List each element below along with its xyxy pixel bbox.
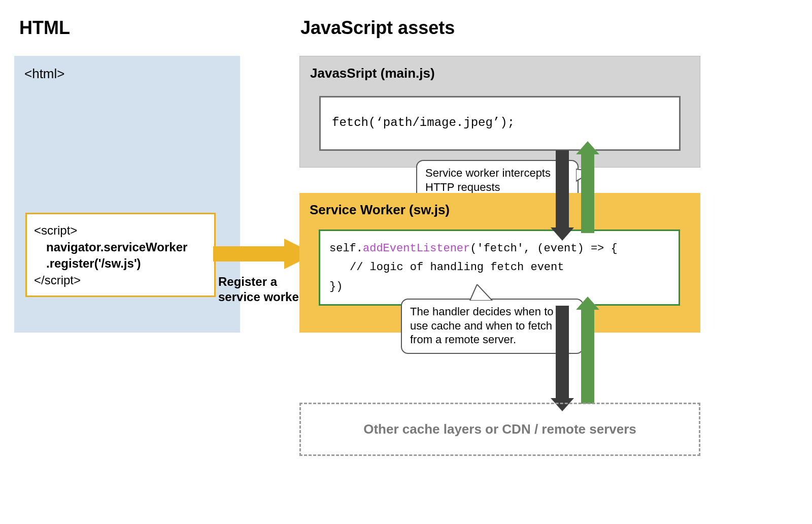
sw-code-post1: ('fetch', (event) => {: [470, 242, 617, 255]
arrow-down-icon: [551, 150, 574, 232]
script-box: <script> navigator.serviceWorker .regist…: [25, 213, 216, 297]
sw-code-line1: self.addEventListener('fetch', (event) =…: [329, 239, 669, 258]
arrow-up-icon: [576, 306, 599, 402]
fetch-code-box: fetch(‘path/image.jpeg’);: [319, 96, 681, 151]
svg-marker-2: [470, 284, 492, 301]
script-line2: .register('/sw.js'): [34, 255, 207, 272]
script-line1: navigator.serviceWorker: [34, 239, 207, 255]
bubble2-text: The handler decides when to use cache an…: [410, 305, 554, 346]
arrow-down-icon: [551, 306, 574, 402]
cdn-remote-text: Other cache layers or CDN / remote serve…: [363, 421, 636, 437]
js-panel: JavasSript (main.js) fetch(‘path/image.j…: [299, 56, 700, 168]
sw-code-pre: self.: [329, 242, 363, 255]
script-open: <script>: [34, 222, 207, 239]
script-close: </script>: [34, 272, 207, 288]
sw-code-box: self.addEventListener('fetch', (event) =…: [319, 230, 680, 306]
bubble1-text: Service worker intercepts HTTP requests: [425, 167, 551, 193]
js-panel-title: JavasSript (main.js): [310, 66, 435, 81]
arrow-up-icon: [576, 150, 599, 232]
sw-code-close: }): [329, 277, 669, 296]
cdn-remote-box: Other cache layers or CDN / remote serve…: [299, 403, 700, 456]
heading-js-assets: JavaScript assets: [300, 17, 455, 39]
sw-panel-title: Service Worker (sw.js): [310, 202, 450, 218]
sw-code-comment: // logic of handling fetch event: [329, 258, 669, 277]
html-panel: <html> <script> navigator.serviceWorker …: [14, 56, 240, 333]
bubble-tail-icon: [468, 284, 498, 301]
sw-code-addlistener: addEventListener: [363, 242, 470, 255]
heading-html: HTML: [19, 17, 70, 39]
html-open-tag: <html>: [24, 66, 65, 82]
